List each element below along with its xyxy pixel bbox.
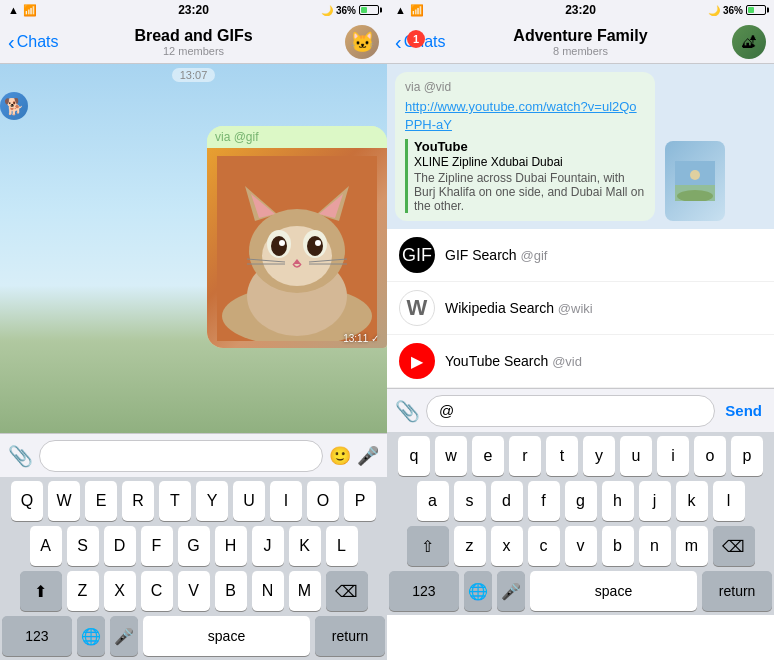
left-key-U[interactable]: U (233, 481, 265, 521)
left-key-L[interactable]: L (326, 526, 358, 566)
right-key-p[interactable]: p (731, 436, 763, 476)
svg-point-12 (307, 236, 323, 256)
left-status-time: 23:20 (178, 3, 209, 17)
right-key-return[interactable]: return (702, 571, 772, 611)
right-key-globe[interactable]: 🌐 (464, 571, 492, 611)
right-link-url[interactable]: http://www.youtube.com/watch?v=ul2QoPPH-… (405, 99, 637, 132)
right-key-h[interactable]: h (602, 481, 634, 521)
right-bot-wiki[interactable]: W Wikipedia Search @wiki (387, 282, 774, 335)
right-key-t[interactable]: t (546, 436, 578, 476)
right-key-e[interactable]: e (472, 436, 504, 476)
right-key-j[interactable]: j (639, 481, 671, 521)
left-key-T[interactable]: T (159, 481, 191, 521)
right-send-button[interactable]: Send (721, 402, 766, 419)
left-key-A[interactable]: A (30, 526, 62, 566)
left-key-globe[interactable]: 🌐 (77, 616, 105, 656)
left-key-V[interactable]: V (178, 571, 210, 611)
left-key-H[interactable]: H (215, 526, 247, 566)
left-key-backspace[interactable]: ⌫ (326, 571, 368, 611)
right-wiki-handle: @wiki (558, 301, 593, 316)
right-key-n[interactable]: n (639, 526, 671, 566)
left-panel: ▲ 📶 23:20 🌙 36% ‹ Chats Bread and GIFs 1… (0, 0, 387, 660)
left-msg-time-2: 13:11 ✓ (343, 333, 379, 344)
right-gif-handle: @gif (520, 248, 547, 263)
right-key-shift[interactable]: ⇧ (407, 526, 449, 566)
right-key-y[interactable]: y (583, 436, 615, 476)
left-key-W[interactable]: W (48, 481, 80, 521)
right-key-c[interactable]: c (528, 526, 560, 566)
right-key-x[interactable]: x (491, 526, 523, 566)
right-key-g[interactable]: g (565, 481, 597, 521)
left-back-button[interactable]: ‹ Chats (8, 32, 58, 52)
left-key-J[interactable]: J (252, 526, 284, 566)
left-key-P[interactable]: P (344, 481, 376, 521)
right-avatar[interactable]: 🏕 (732, 25, 766, 59)
left-key-C[interactable]: C (141, 571, 173, 611)
right-link-bubble: via @vid http://www.youtube.com/watch?v=… (395, 72, 655, 221)
left-input-field[interactable] (39, 440, 323, 472)
left-key-I[interactable]: I (270, 481, 302, 521)
right-key-s[interactable]: s (454, 481, 486, 521)
right-key-123[interactable]: 123 (389, 571, 459, 611)
left-key-mic[interactable]: 🎤 (110, 616, 138, 656)
left-key-Z[interactable]: Z (67, 571, 99, 611)
right-bot-yt[interactable]: ▶ YouTube Search @vid (387, 335, 774, 388)
left-mic-icon[interactable]: 🎤 (357, 445, 379, 467)
left-key-O[interactable]: O (307, 481, 339, 521)
right-key-w[interactable]: w (435, 436, 467, 476)
right-key-b[interactable]: b (602, 526, 634, 566)
right-key-a[interactable]: a (417, 481, 449, 521)
right-key-v[interactable]: v (565, 526, 597, 566)
left-key-X[interactable]: X (104, 571, 136, 611)
right-key-z[interactable]: z (454, 526, 486, 566)
right-panel: ▲ 📶 23:20 🌙 36% ‹ Chats 1 Adventure Fami… (387, 0, 774, 660)
left-key-return[interactable]: return (315, 616, 385, 656)
right-key-backspace[interactable]: ⌫ (713, 526, 755, 566)
left-sender-avatar: 🐕 (0, 92, 28, 120)
signal-icon: ▲ (8, 4, 19, 16)
right-moon-icon: 🌙 (708, 5, 720, 16)
left-key-G[interactable]: G (178, 526, 210, 566)
left-chat-subtitle: 12 members (134, 45, 252, 57)
left-key-F[interactable]: F (141, 526, 173, 566)
right-chat-header: ‹ Chats 1 Adventure Family 8 members 🏕 (387, 20, 774, 64)
left-sticker-icon[interactable]: 🙂 (329, 445, 351, 467)
left-input-bar: 📎 🙂 🎤 (0, 433, 387, 477)
left-key-shift[interactable]: ⬆ (20, 571, 62, 611)
left-avatar[interactable]: 🐱 (345, 25, 379, 59)
left-status-bar: ▲ 📶 23:20 🌙 36% (0, 0, 387, 20)
left-key-B[interactable]: B (215, 571, 247, 611)
right-key-r[interactable]: r (509, 436, 541, 476)
right-status-left: ▲ 📶 (395, 4, 424, 17)
left-key-M[interactable]: M (289, 571, 321, 611)
left-key-D[interactable]: D (104, 526, 136, 566)
right-key-i[interactable]: i (657, 436, 689, 476)
left-key-123[interactable]: 123 (2, 616, 72, 656)
left-key-E[interactable]: E (85, 481, 117, 521)
right-key-u[interactable]: u (620, 436, 652, 476)
right-key-k[interactable]: k (676, 481, 708, 521)
right-bot-gif[interactable]: GIF GIF Search @gif (387, 229, 774, 282)
left-key-space[interactable]: space (143, 616, 310, 656)
right-key-d[interactable]: d (491, 481, 523, 521)
right-key-f[interactable]: f (528, 481, 560, 521)
right-key-o[interactable]: o (694, 436, 726, 476)
right-key-l[interactable]: l (713, 481, 745, 521)
right-attach-icon[interactable]: 📎 (395, 399, 420, 423)
right-wiki-name: Wikipedia Search (445, 300, 558, 316)
left-key-N[interactable]: N (252, 571, 284, 611)
right-key-m[interactable]: m (676, 526, 708, 566)
right-input-field[interactable] (426, 395, 715, 427)
left-msg-row-1: 🐕 (0, 92, 387, 120)
left-key-R[interactable]: R (122, 481, 154, 521)
right-key-space[interactable]: space (530, 571, 697, 611)
right-key-q[interactable]: q (398, 436, 430, 476)
left-header-center: Bread and GIFs 12 members (134, 27, 252, 57)
left-key-Q[interactable]: Q (11, 481, 43, 521)
left-key-S[interactable]: S (67, 526, 99, 566)
right-key-mic[interactable]: 🎤 (497, 571, 525, 611)
left-attach-icon[interactable]: 📎 (8, 444, 33, 468)
left-key-Y[interactable]: Y (196, 481, 228, 521)
right-battery-icon (746, 5, 766, 15)
left-key-K[interactable]: K (289, 526, 321, 566)
